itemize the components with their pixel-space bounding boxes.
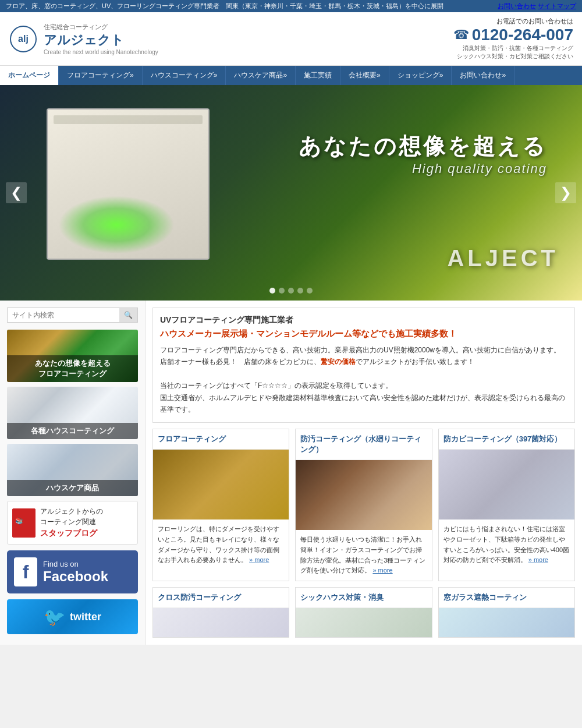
service-card-water: 防汚コーティング（水廻りコーティング） 毎日使う水廻りをいつも清潔に！お手入れ簡… [295, 429, 432, 581]
nav-item-shop[interactable]: ショッピング» [389, 66, 452, 85]
sitemap-link[interactable]: サイトマップ [538, 2, 576, 9]
tel-label: お電話でのお問い合わせは [453, 17, 573, 26]
service-body-floor: フローリングは、特にダメージを受けやすいところ。見た目もキレイになり、様々なダメ… [153, 520, 289, 570]
sidebar-care-label: ハウスケア商品 [7, 480, 138, 496]
svg-text:alj: alj [18, 34, 29, 44]
service-cards-2: クロス防汚コーティング シックハウス対策・消臭 窓ガラス遮熱コーティン [152, 587, 575, 638]
sidebar-twitter-block[interactable]: 🐦 twitter [7, 599, 138, 634]
slider-prev-button[interactable]: ❮ [6, 182, 27, 203]
nav-item-care[interactable]: ハウスケア商品» [226, 66, 296, 85]
slider-dot-4[interactable] [297, 288, 303, 294]
svg-text:📚: 📚 [15, 517, 23, 525]
service-more-water[interactable]: » more [372, 567, 392, 574]
service-more-mold[interactable]: » more [528, 556, 548, 563]
header-right: お電話でのお問い合わせは ☎ 0120-264-007 消臭対策・防汚・抗菌・各… [453, 17, 573, 61]
blog-icon: 📚 [12, 508, 36, 538]
top-bar: フロア、床、窓のコーティング、UV、フローリングコーティング専門業者 関東（東京… [0, 0, 582, 12]
slider-brand: ALJECT [447, 245, 559, 271]
sidebar-care-block[interactable]: ハウスケア商品 [7, 444, 138, 496]
main-container: 🔍 あなたの想像を超えるフロアコーティング 各種ハウスコーティング ハウスケア商… [0, 301, 582, 645]
slider-text-japanese: あなたの想像を超える [299, 132, 547, 161]
contact-link[interactable]: お問い合わせ [498, 2, 536, 9]
content-area: UVフロアコーティング専門施工業者 ハウスメーカー展示場・マンションモデルルーム… [146, 301, 582, 645]
service-body-mold: カビにはもう悩まされない！住宅には浴室やクローゼット、下駄箱等カビの発生しやすい… [439, 520, 574, 570]
search-box: 🔍 [7, 308, 138, 323]
nav-item-home[interactable]: ホームページ [0, 66, 59, 85]
sidebar-house-label: 各種ハウスコーティング [7, 423, 138, 439]
twitter-label: twitter [70, 611, 101, 623]
company-tagline: Create the next world using Nanotechnolo… [44, 49, 158, 55]
service-img-sickhouse [296, 608, 431, 637]
service-img-cross [153, 608, 289, 637]
twitter-icon: 🐦 [44, 607, 65, 627]
slider-dot-1[interactable] [269, 288, 275, 294]
logo-text: 住宅総合コーティング アルジェクト Create the next world … [44, 23, 158, 55]
slider-dot-5[interactable] [307, 288, 313, 294]
tel-sub2: シックハウス対策・カビ対策ご相談ください [453, 52, 573, 61]
content-top-section: UVフロアコーティング専門施工業者 ハウスメーカー展示場・マンションモデルルーム… [152, 308, 575, 423]
logo-area: alj 住宅総合コーティング アルジェクト Create the next wo… [9, 23, 158, 55]
slider-image: あなたの想像を超える High quality coating ALJECT [0, 85, 582, 301]
search-input[interactable] [8, 308, 119, 322]
company-name-ja1: 住宅総合コーティング [44, 23, 158, 31]
content-top-title: UVフロアコーティング専門施工業者 [160, 315, 567, 326]
nav-item-results[interactable]: 施工実績 [296, 66, 340, 85]
hero-slider: あなたの想像を超える High quality coating ALJECT ❮… [0, 85, 582, 301]
slider-dot-2[interactable] [279, 288, 285, 294]
sidebar-facebook-block[interactable]: f Find us on Facebook [7, 550, 138, 593]
service-img-floor [153, 450, 289, 520]
top-bar-text: フロア、床、窓のコーティング、UV、フローリングコーティング専門業者 関東（東京… [6, 2, 498, 10]
service-card-sickhouse: シックハウス対策・消臭 [295, 587, 432, 638]
header: alj 住宅総合コーティング アルジェクト Create the next wo… [0, 12, 582, 66]
nav-item-floor[interactable]: フロアコーティング» [59, 66, 143, 85]
service-card-floor: フロアコーティング フローリングは、特にダメージを受けやすいところ。見た目もキレ… [152, 429, 289, 581]
company-name-ja2: アルジェクト [44, 31, 158, 49]
facebook-icon: f [14, 557, 37, 586]
content-top-body: フロアコーティング専門店だからできる、高い技術力。業界最高出力のUV照射機200… [160, 344, 567, 415]
service-card-glass: 窓ガラス遮熱コーティン [438, 587, 575, 638]
service-img-glass [439, 608, 574, 637]
tel-number: 0120-264-007 [472, 26, 573, 44]
slider-text-english: High quality coating [299, 161, 547, 176]
sidebar-house-block[interactable]: 各種ハウスコーティング [7, 387, 138, 439]
slider-glow-effect [58, 196, 175, 254]
nav-item-house[interactable]: ハウスコーティング» [143, 66, 226, 85]
nav-item-contact[interactable]: お問い合わせ» [452, 66, 514, 85]
sidebar-floor-block[interactable]: あなたの想像を超えるフロアコーティング [7, 330, 138, 382]
logo-icon: alj [9, 24, 38, 54]
sidebar-floor-label: あなたの想像を超えるフロアコーティング [7, 355, 138, 382]
service-card-cross: クロス防汚コーティング [152, 587, 289, 638]
slider-dots [269, 288, 313, 294]
content-top-subtitle: ハウスメーカー展示場・マンションモデルルーム等などでも施工実績多数！ [160, 328, 567, 340]
tel-icon: ☎ [453, 27, 469, 43]
nav-item-company[interactable]: 会社概要» [340, 66, 389, 85]
slider-text: あなたの想像を超える High quality coating [299, 132, 547, 176]
sidebar-blog-text: アルジェクトからの コーティング関連 スタッフブログ [40, 506, 103, 539]
sidebar-facebook-text: Find us on Facebook [43, 560, 108, 585]
sidebar-blog-block[interactable]: 📚 アルジェクトからの コーティング関連 スタッフブログ [7, 501, 138, 545]
tel-sub1: 消臭対策・防汚・抗菌・各種コーティング [453, 44, 573, 52]
service-cards: フロアコーティング フローリングは、特にダメージを受けやすいところ。見た目もキレ… [152, 429, 575, 581]
service-card-mold: 防カビコーティング（397菌対応） カビにはもう悩まされない！住宅には浴室やクロ… [438, 429, 575, 581]
search-button[interactable]: 🔍 [119, 308, 137, 322]
service-img-mold [439, 450, 574, 520]
service-img-water [296, 460, 431, 530]
slider-next-button[interactable]: ❯ [555, 182, 576, 203]
slider-dot-3[interactable] [288, 288, 294, 294]
main-nav: ホームページ フロアコーティング» ハウスコーティング» ハウスケア商品» 施工… [0, 66, 582, 85]
service-body-water: 毎日使う水廻りをいつも清潔に！お手入れ簡単！イオン・ガラスコーティングでお掃除方… [296, 530, 431, 580]
service-more-floor[interactable]: » more [249, 556, 269, 563]
sidebar: 🔍 あなたの想像を超えるフロアコーティング 各種ハウスコーティング ハウスケア商… [0, 301, 146, 645]
